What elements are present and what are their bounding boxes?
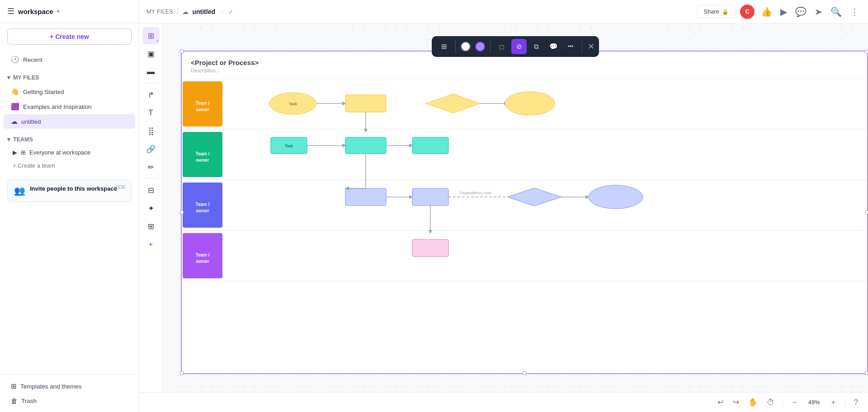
history-button[interactable]: ⏱ xyxy=(764,396,777,409)
text-tool[interactable]: T xyxy=(142,104,160,122)
create-new-button[interactable]: + Create new xyxy=(7,28,132,45)
svg-rect-28 xyxy=(345,137,386,154)
undo-button[interactable]: ↩ xyxy=(715,396,726,409)
bottom-separator xyxy=(783,398,783,407)
pencil-tool[interactable]: ✏ xyxy=(142,159,160,176)
zoom-in-button[interactable]: + xyxy=(827,396,840,409)
svg-rect-20 xyxy=(345,95,386,112)
redo-button[interactable]: ↪ xyxy=(730,396,742,409)
handle-bm[interactable] xyxy=(523,371,526,375)
breadcrumb-separator: / xyxy=(177,8,179,16)
link-tool[interactable]: 🔗 xyxy=(142,140,160,158)
search-icon[interactable]: 🔍 xyxy=(829,5,844,19)
layout-tool[interactable]: ⊞ xyxy=(142,218,160,235)
sidebar-item-untitled[interactable]: ☁ untitled xyxy=(4,114,135,129)
svg-marker-36 xyxy=(507,188,561,206)
sidebar-item-trash[interactable]: 🗑 Trash xyxy=(4,394,135,408)
svg-text:owner: owner xyxy=(196,158,209,163)
sel-duplicate-btn[interactable]: ⧉ xyxy=(528,39,544,54)
handle-mr[interactable] xyxy=(865,211,868,214)
svg-text:owner: owner xyxy=(196,208,209,213)
handle-br[interactable] xyxy=(865,371,868,375)
sel-divider-1 xyxy=(455,41,456,52)
sel-more-btn[interactable]: ••• xyxy=(563,39,578,54)
handle-bl[interactable] xyxy=(180,371,184,375)
zoom-out-button[interactable]: − xyxy=(788,396,801,409)
sidebar-item-getting-started[interactable]: 👋 Getting Started xyxy=(4,84,135,99)
zoom-level: 49% xyxy=(805,399,824,406)
handle-tr[interactable] xyxy=(865,50,868,53)
invite-avatar-group: 👥 xyxy=(14,185,25,196)
selection-toolbar: ⊞ □ ⊘ ⧉ 💬 ••• ✕ xyxy=(432,36,599,57)
teams-section: ▾ TEAMS ▶ ⊞ Everyone at workspace + Crea… xyxy=(0,131,139,174)
thumbs-up-icon[interactable]: 👍 xyxy=(759,5,774,19)
help-button[interactable]: ? xyxy=(851,396,861,409)
main-area: MY FILES / ☁ untitled ☆ ✓ Share 🔒 C 👍 ▶ … xyxy=(139,0,868,412)
grid-tool[interactable]: ⣿ xyxy=(142,122,160,140)
lock-icon: 🔒 xyxy=(722,9,729,15)
topbar: MY FILES / ☁ untitled ☆ ✓ Share 🔒 C 👍 ▶ … xyxy=(139,0,868,23)
share-button[interactable]: Share 🔒 xyxy=(697,5,736,18)
svg-text:owner: owner xyxy=(196,107,209,112)
diagram-subtitle: Description... xyxy=(191,68,220,73)
examples-icon: 🟪 xyxy=(11,103,19,111)
canvas[interactable]: ⊞ □ ⊘ ⧉ 💬 ••• ✕ <Project or Process> Des… xyxy=(163,23,868,392)
tool-arrow: ▾ xyxy=(156,39,158,43)
user-avatar[interactable]: C xyxy=(740,5,755,19)
sidebar-item-everyone[interactable]: ▶ ⊞ Everyone at workspace xyxy=(0,146,139,159)
svg-rect-30 xyxy=(412,137,448,154)
table-tool[interactable]: ⊟ xyxy=(142,182,160,199)
svg-rect-33 xyxy=(412,188,448,206)
my-files-section: ▾ MY FILES 👋 Getting Started 🟪 Examples … xyxy=(0,69,139,131)
add-tool[interactable]: + xyxy=(142,236,160,253)
sel-close-btn[interactable]: ✕ xyxy=(588,42,594,52)
hamburger-menu[interactable]: ☰ xyxy=(7,6,14,16)
video-icon[interactable]: ▶ xyxy=(778,5,789,19)
frame-tool-wrapper: ⊞ ▾ xyxy=(142,27,160,44)
handle-ml[interactable] xyxy=(180,211,184,214)
color-white-btn[interactable] xyxy=(461,42,471,52)
svg-point-38 xyxy=(589,185,643,209)
sel-frames-btn[interactable]: ⊞ xyxy=(436,39,452,54)
svg-rect-31 xyxy=(345,188,386,206)
handle-tl[interactable] xyxy=(180,50,184,53)
text-bar-tool[interactable]: ▬ xyxy=(142,63,160,80)
my-files-caret: ▾ xyxy=(7,74,10,81)
star-icon[interactable]: ☆ xyxy=(219,8,225,15)
template-tool[interactable]: ▣ xyxy=(142,45,160,62)
hide-button[interactable]: HIDE xyxy=(114,184,126,190)
svg-marker-22 xyxy=(426,94,480,113)
sel-strikethrough-btn[interactable]: ⊘ xyxy=(511,39,527,54)
my-files-header[interactable]: ▾ MY FILES xyxy=(0,71,139,84)
left-toolbar: ⊞ ▾ ▣ ▬ ↱ T ⣿ 🔗 ✏ ⊟ ✦ ⊞ + xyxy=(139,23,163,392)
more-options-icon[interactable]: ⋮ xyxy=(848,5,861,19)
expand-arrow: ▶ xyxy=(13,149,17,156)
sidebar-item-templates[interactable]: ⊞ Templates and themes xyxy=(4,379,135,393)
templates-icon: ⊞ xyxy=(11,382,17,390)
pan-button[interactable]: ✋ xyxy=(745,396,760,409)
sidebar-item-examples[interactable]: 🟪 Examples and Inspiration xyxy=(4,99,135,114)
share-arrow-icon[interactable]: ➤ xyxy=(813,5,824,19)
svg-text:Team /: Team / xyxy=(196,202,210,207)
invite-card: 👥 Invite people to this workspace HIDE xyxy=(7,179,132,202)
sidebar-item-recent[interactable]: 🕐 Recent xyxy=(4,52,135,67)
curve-tool[interactable]: ↱ xyxy=(142,86,160,103)
file-cloud-icon: ☁ xyxy=(182,8,189,15)
svg-text:Dependency note: Dependency note xyxy=(460,191,492,195)
sidebar-header: ☰ workspace ▾ xyxy=(0,0,139,23)
create-team-button[interactable]: + Create a team xyxy=(0,159,139,172)
teams-caret: ▾ xyxy=(7,136,10,143)
svg-point-24 xyxy=(505,92,555,115)
color-purple-btn[interactable] xyxy=(475,42,485,52)
everyone-icon: ⊞ xyxy=(21,149,26,156)
svg-text:Team /: Team / xyxy=(196,151,210,156)
sel-rect-btn[interactable]: □ xyxy=(494,39,509,54)
comment-icon[interactable]: 💬 xyxy=(793,5,808,19)
svg-text:Team /: Team / xyxy=(196,253,210,258)
flowchart-svg: Team / owner Team / owner Team / owner T… xyxy=(182,79,867,373)
workspace-chevron: ▾ xyxy=(57,9,60,14)
sel-divider-2 xyxy=(490,41,491,52)
sel-comment-btn[interactable]: 💬 xyxy=(546,39,561,54)
sparkle-tool[interactable]: ✦ xyxy=(142,200,160,217)
teams-header[interactable]: ▾ TEAMS xyxy=(0,133,139,146)
